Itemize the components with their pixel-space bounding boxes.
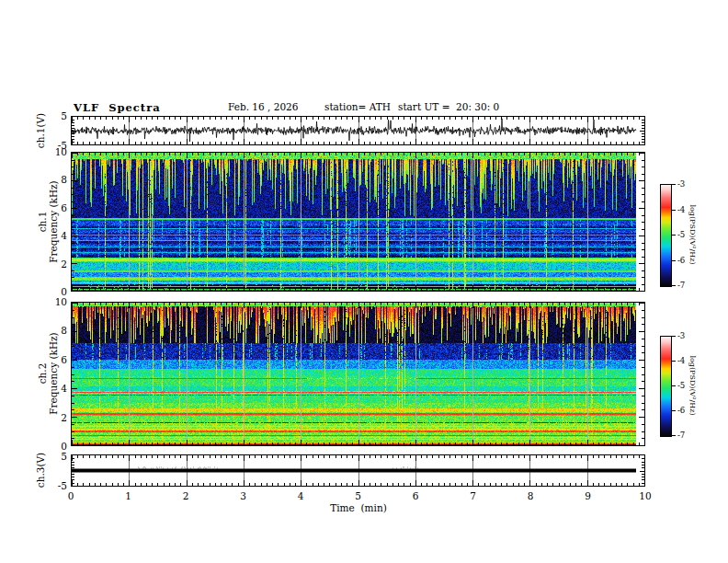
time-axis-label: Time (min) (330, 502, 386, 513)
colorbar-tick-label: -3 (677, 179, 685, 189)
colorbar-tick (672, 260, 676, 261)
colorbar-tick-label: -3 (677, 331, 685, 340)
x-tick-label: 0 (68, 490, 74, 501)
volt-tick-label: 5 (45, 110, 67, 121)
freq-tick-label: 2 (45, 412, 67, 423)
freq-tick-label: 2 (45, 259, 67, 270)
ch3-waveform-canvas (72, 455, 644, 486)
freq-tick-label: 8 (45, 325, 67, 336)
ch1-waveform-panel (71, 116, 645, 145)
colorbar-tick-label: -6 (677, 256, 685, 265)
x-tick-label: 10 (639, 490, 651, 501)
colorbar-tick (672, 184, 676, 185)
ch2-spectrogram-panel (71, 302, 645, 446)
figure-date: Feb. 16 , 2026 (228, 101, 298, 112)
colorbar-tick (672, 336, 676, 337)
ch2-frequency-axis-label: ch.2 Frequency (kHz) (37, 332, 59, 414)
volt-tick-label: -5 (45, 480, 67, 491)
colorbar-tick (672, 210, 676, 211)
colorbar-1-canvas (661, 185, 671, 286)
ch2-label-line: ch.2 (37, 332, 48, 414)
freq-tick-label: 6 (45, 202, 67, 213)
ch1-frequency-label-line: Frequency (kHz) (48, 180, 59, 262)
volt-tick-label: 5 (45, 451, 67, 462)
ch1-label-line: ch.1 (37, 180, 48, 262)
colorbar-tick-label: -6 (677, 406, 685, 415)
colorbar-2-canvas (661, 337, 671, 436)
colorbar-1 (660, 184, 672, 287)
ch2-spectrogram-canvas (72, 303, 644, 445)
x-tick-label: 1 (125, 490, 131, 501)
freq-tick-label: 10 (45, 296, 67, 307)
x-tick-label: 6 (413, 490, 419, 501)
x-tick-label: 8 (528, 490, 534, 501)
figure-start-ut: start UT = 20: 30: 0 (398, 101, 499, 112)
freq-tick-label: 6 (45, 354, 67, 365)
colorbar-tick (672, 410, 676, 411)
colorbar-tick (672, 235, 676, 236)
volt-tick-label: -5 (45, 140, 67, 151)
colorbar-tick-label: -7 (677, 431, 685, 440)
figure-title: VLF Spectra (74, 101, 161, 114)
colorbar-tick (672, 435, 676, 436)
freq-tick-label: 8 (45, 174, 67, 185)
x-tick-label: 7 (470, 490, 476, 501)
x-tick-label: 4 (298, 490, 304, 501)
x-tick-label: 9 (585, 490, 591, 501)
colorbar-tick-label: -4 (677, 205, 685, 214)
colorbar-tick-label: -5 (677, 230, 685, 239)
ch2-frequency-label-line: Frequency (kHz) (48, 332, 59, 414)
x-tick-label: 2 (183, 490, 189, 501)
colorbar-tick (672, 361, 676, 362)
ch1-waveform-canvas (72, 117, 644, 144)
ch1-spectrogram-panel (71, 152, 645, 292)
x-tick-label: 5 (355, 490, 361, 501)
colorbar-tick (672, 385, 676, 386)
colorbar-tick-label: -5 (677, 381, 685, 390)
colorbar-tick (672, 285, 676, 286)
ch3-waveform-panel (71, 454, 645, 487)
colorbar-2 (660, 336, 672, 437)
figure-station: station= ATH (324, 101, 391, 112)
colorbar-tick-label: -7 (677, 281, 685, 290)
vlf-spectra-figure: VLF Spectra Feb. 16 , 2026 station= ATH … (0, 0, 728, 563)
colorbar-1-label: log(PSD)(V²/Hz) (688, 204, 697, 264)
colorbar-tick-label: -4 (677, 356, 685, 365)
ch1-spectrogram-canvas (72, 153, 644, 291)
freq-tick-label: 4 (45, 383, 67, 394)
x-tick-label: 3 (240, 490, 246, 501)
freq-tick-label: 4 (45, 230, 67, 241)
ch1-frequency-axis-label: ch.1 Frequency (kHz) (37, 180, 59, 262)
colorbar-2-label: log(PSD)(V²/Hz) (688, 355, 697, 415)
